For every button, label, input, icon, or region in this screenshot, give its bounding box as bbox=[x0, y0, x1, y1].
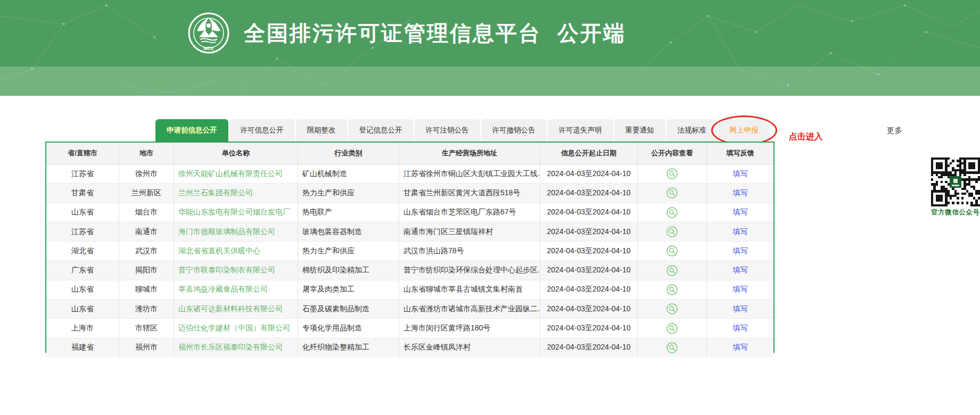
cell-period: 2024-04-03至2024-04-10 bbox=[540, 242, 638, 260]
fill-feedback-link[interactable]: 填写 bbox=[733, 208, 748, 217]
cell-company: 兰州兰石集团有限公司 bbox=[174, 184, 298, 202]
company-link[interactable]: 湖北省省直机关供暖中心 bbox=[178, 246, 260, 256]
cell-feedback: 填写 bbox=[707, 164, 773, 183]
view-magnifier-icon[interactable] bbox=[666, 265, 678, 276]
disclosure-table: 省/直辖市地市单位名称行业类别生产经营场所地址信息公开起止日期公开内容查看填写反… bbox=[45, 142, 775, 353]
fill-feedback-link[interactable]: 填写 bbox=[733, 265, 748, 275]
tab-registration-disclosure[interactable]: 登记信息公开 bbox=[348, 119, 414, 142]
cell-view bbox=[638, 319, 707, 337]
cell-period: 2024-04-03至2024-04-10 bbox=[540, 222, 638, 241]
cell-industry: 矿山机械制造 bbox=[298, 164, 399, 183]
table-row: 江苏省南通市海门市德顺玻璃制品有限公司玻璃包装容器制造南通市海门区三星镇瑞祥村2… bbox=[46, 222, 773, 241]
cell-view bbox=[638, 300, 707, 318]
view-magnifier-icon[interactable] bbox=[666, 226, 678, 237]
fill-feedback-link[interactable]: 填写 bbox=[733, 343, 748, 352]
tab-permit-revocation-notice[interactable]: 许可撤销公告 bbox=[481, 119, 547, 142]
table-row: 山东省烟台市华能山东发电有限公司烟台发电厂热电联产山东省烟台市芝罘区电厂东路67… bbox=[46, 203, 773, 222]
cell-address: 甘肃省兰州新区黄河大道西段518号 bbox=[399, 184, 540, 202]
cell-period: 2024-04-03至2024-04-10 bbox=[540, 261, 638, 279]
table-row: 江苏省徐州市徐州天能矿山机械有限责任公司矿山机械制造江苏省徐州市铜山区大彭镇工业… bbox=[46, 164, 773, 183]
tab-important-notice[interactable]: 重要通知 bbox=[614, 119, 665, 142]
fill-feedback-link[interactable]: 填写 bbox=[733, 246, 748, 256]
site-header: MEE 全国排污许可证管理信息平台 公开端 bbox=[0, 0, 980, 96]
cell-view bbox=[638, 203, 707, 222]
cell-period: 2024-04-03至2024-04-10 bbox=[540, 319, 638, 337]
company-link[interactable]: 迈伯仕化学建材（中国）有限公司 bbox=[178, 323, 290, 333]
cell-industry: 玻璃包装容器制造 bbox=[298, 222, 399, 241]
cell-city: 揭阳市 bbox=[119, 261, 174, 279]
cell-city: 烟台市 bbox=[119, 203, 174, 222]
svg-text:MEE: MEE bbox=[203, 46, 214, 51]
table-row: 山东省潍坊市山东诸可达新材料科技有限公司石墨及碳素制品制造山东省潍坊市诸城市高新… bbox=[46, 299, 773, 318]
cell-feedback: 填写 bbox=[707, 300, 773, 318]
company-link[interactable]: 海门市德顺玻璃制品有限公司 bbox=[178, 227, 275, 237]
view-magnifier-icon[interactable] bbox=[666, 342, 678, 353]
cell-company: 华能山东发电有限公司烟台发电厂 bbox=[174, 203, 298, 222]
company-link[interactable]: 徐州天能矿山机械有限责任公司 bbox=[178, 169, 283, 179]
cell-view bbox=[638, 184, 707, 202]
company-link[interactable]: 山东诸可达新材料科技有限公司 bbox=[178, 304, 283, 314]
cell-province: 江苏省 bbox=[46, 222, 119, 241]
tab-deadline-rectification[interactable]: 限期整改 bbox=[296, 119, 347, 142]
fill-feedback-link[interactable]: 填写 bbox=[733, 285, 748, 294]
view-magnifier-icon[interactable] bbox=[666, 245, 678, 256]
fill-feedback-link[interactable]: 填写 bbox=[733, 304, 748, 314]
tab-bar: 申请前信息公开许可信息公开限期整改登记信息公开许可注销公告许可撤销公告许可遗失声… bbox=[155, 119, 902, 142]
company-link[interactable]: 莘县鸿益冷藏食品有限公司 bbox=[178, 285, 268, 294]
tab-permit-cancellation-notice[interactable]: 许可注销公告 bbox=[415, 119, 480, 142]
company-link[interactable]: 兰州兰石集团有限公司 bbox=[178, 188, 253, 198]
fill-feedback-link[interactable]: 填写 bbox=[733, 323, 748, 333]
tab-permit-info-disclosure[interactable]: 许可信息公开 bbox=[229, 119, 295, 142]
cell-company: 山东诸可达新材料科技有限公司 bbox=[174, 300, 298, 318]
cell-industry: 石墨及碳素制品制造 bbox=[298, 300, 399, 318]
wechat-qr-code bbox=[931, 157, 980, 206]
tab-pre-application-disclosure[interactable]: 申请前信息公开 bbox=[155, 119, 228, 142]
cell-province: 江苏省 bbox=[46, 164, 119, 183]
cell-address: 山东省烟台市芝罘区电厂东路67号 bbox=[399, 203, 540, 222]
view-magnifier-icon[interactable] bbox=[666, 207, 678, 218]
cell-feedback: 填写 bbox=[707, 184, 773, 202]
cell-period: 2024-04-03至2024-04-10 bbox=[540, 280, 638, 299]
cell-industry: 热力生产和供应 bbox=[298, 184, 399, 202]
fill-feedback-link[interactable]: 填写 bbox=[733, 227, 748, 237]
tab-online-application[interactable]: 网上申报 bbox=[719, 119, 770, 142]
cell-industry: 热力生产和供应 bbox=[298, 242, 399, 260]
cell-period: 2024-04-03至2024-04-10 bbox=[540, 184, 638, 202]
view-magnifier-icon[interactable] bbox=[666, 284, 678, 295]
cell-city: 徐州市 bbox=[119, 164, 174, 183]
cell-period: 2024-04-03至2024-04-10 bbox=[540, 203, 638, 222]
cell-province: 湖北省 bbox=[46, 242, 119, 260]
mee-logo-icon: MEE bbox=[187, 12, 230, 54]
cell-city: 南通市 bbox=[119, 222, 174, 241]
view-magnifier-icon[interactable] bbox=[666, 168, 678, 179]
view-magnifier-icon[interactable] bbox=[666, 303, 678, 314]
cell-feedback: 填写 bbox=[707, 319, 773, 337]
cell-address: 普宁市纺织印染环保综合处理中心起步区... bbox=[399, 261, 540, 279]
col-header-feedback: 填写反馈 bbox=[707, 143, 773, 164]
cell-view bbox=[638, 164, 707, 183]
company-link[interactable]: 福州市长乐区福泰印染有限公司 bbox=[178, 343, 283, 352]
fill-feedback-link[interactable]: 填写 bbox=[733, 188, 748, 198]
click-to-enter-annotation: 点击进入 bbox=[789, 132, 823, 142]
tab-permit-loss-statement[interactable]: 许可遗失声明 bbox=[548, 119, 613, 142]
wechat-qr-block: 官方微信公众号 bbox=[931, 157, 980, 217]
fill-feedback-link[interactable]: 填写 bbox=[733, 169, 748, 179]
cell-address: 上海市闵行区黄坪路180号 bbox=[399, 319, 540, 337]
site-title: 全国排污许可证管理信息平台 bbox=[244, 19, 541, 48]
col-header-city: 地市 bbox=[119, 143, 174, 164]
col-header-period: 信息公开起止日期 bbox=[540, 143, 638, 164]
company-link[interactable]: 华能山东发电有限公司烟台发电厂 bbox=[178, 208, 290, 217]
more-link[interactable]: 更多 bbox=[887, 126, 902, 136]
table-row: 福建省福州市福州市长乐区福泰印染有限公司化纤织物染整精加工长乐区金峰镇凤洋村20… bbox=[46, 338, 773, 357]
company-link[interactable]: 普宁市联泰印染制衣有限公司 bbox=[178, 265, 275, 275]
cell-city: 兰州新区 bbox=[119, 184, 174, 202]
cell-feedback: 填写 bbox=[707, 338, 773, 357]
view-magnifier-icon[interactable] bbox=[666, 323, 678, 334]
cell-province: 福建省 bbox=[46, 338, 119, 357]
tab-regulations-standards[interactable]: 法规标准 bbox=[666, 119, 718, 142]
cell-feedback: 填写 bbox=[707, 280, 773, 299]
view-magnifier-icon[interactable] bbox=[666, 187, 678, 198]
cell-industry: 热电联产 bbox=[298, 203, 399, 222]
cell-view bbox=[638, 261, 707, 279]
cell-industry: 专项化学用品制造 bbox=[298, 319, 399, 337]
